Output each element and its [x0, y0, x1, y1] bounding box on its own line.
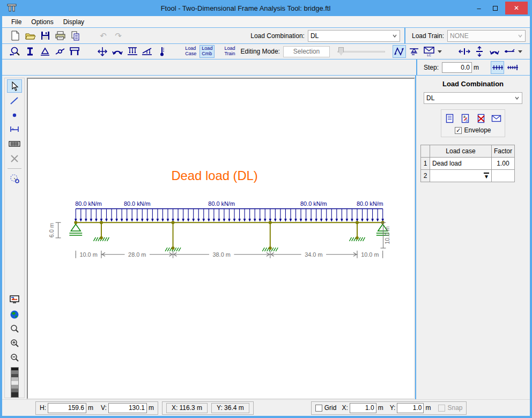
load-case-dropdown[interactable]: ▼ [484, 173, 489, 180]
results-slider[interactable] [337, 47, 385, 56]
nodal-load-button[interactable] [96, 45, 109, 58]
member-orientation-dropdown[interactable] [518, 49, 522, 54]
translate-vertical-button[interactable] [473, 45, 486, 58]
inspect-properties-button[interactable] [9, 45, 22, 58]
thermal-load-button[interactable] [156, 45, 169, 58]
diagram-display-button[interactable] [393, 45, 406, 58]
zoom-out-button[interactable] [7, 351, 22, 364]
new-file-button[interactable] [9, 29, 22, 42]
app-logo-icon [6, 3, 17, 13]
envelope-options-button[interactable] [491, 113, 503, 124]
menu-item-options[interactable]: Options [26, 17, 58, 27]
slider-track [337, 51, 385, 53]
chevron-down-icon [518, 33, 523, 39]
select-tool[interactable] [7, 79, 22, 93]
support-display-button[interactable] [408, 45, 421, 58]
transform-tool[interactable] [7, 172, 22, 185]
load-case-cell[interactable]: Dead load [430, 158, 492, 170]
lc-envelope-dropdown[interactable] [438, 49, 442, 54]
file-toolbar: ↶ ↷ Load Combination: DL Load Train: NON… [2, 28, 530, 44]
delete-combination-button[interactable] [475, 113, 487, 124]
load-train-select[interactable]: NONE [447, 30, 526, 42]
step-fine-ticks-button[interactable] [506, 61, 519, 74]
zoom-in-button[interactable] [7, 337, 22, 350]
factor-cell[interactable] [492, 170, 515, 182]
h-input[interactable] [48, 403, 86, 413]
grid-x-label: X: [342, 404, 348, 412]
menu-item-display[interactable]: Display [58, 17, 89, 27]
cursor-position-group: X: 116.3 m Y: 36.4 m [162, 401, 254, 415]
load-case-cell[interactable]: ▼ [430, 170, 492, 182]
redo-button[interactable]: ↷ [112, 29, 125, 42]
save-button[interactable] [39, 29, 52, 42]
dimension-tool[interactable] [7, 123, 22, 136]
title-bar: Ftool - Two-Dimensional Frame Analysis T… [2, 0, 530, 16]
copy-button[interactable] [69, 29, 82, 42]
hinge-button[interactable] [53, 45, 66, 58]
support-conditions-button[interactable] [38, 45, 51, 58]
step-input[interactable] [442, 62, 472, 73]
slider-thumb[interactable] [338, 47, 344, 55]
grid-x-input[interactable] [350, 403, 376, 413]
rotate-button[interactable] [488, 45, 501, 58]
main-area: Dead load (DL)80.0 kN/m80.0 kN/m80.0 kN/… [2, 76, 530, 399]
print-button[interactable] [54, 29, 67, 42]
node-tool[interactable] [7, 108, 22, 122]
linear-load-button[interactable] [141, 45, 154, 58]
structure-canvas[interactable]: Dead load (DL)80.0 kN/m80.0 kN/m80.0 kN/… [27, 78, 415, 399]
member-tool[interactable] [7, 94, 22, 107]
load-train-mode-button[interactable]: Load Train [222, 45, 237, 58]
delete-tool[interactable] [7, 152, 22, 165]
color-scale[interactable] [11, 367, 19, 398]
svg-text:LC: LC [427, 54, 431, 57]
grid-y-input[interactable] [397, 403, 424, 413]
moment-load-button[interactable] [110, 45, 124, 58]
column-header-load-case: Load case [430, 145, 492, 158]
lc-envelope-button[interactable]: LC [422, 45, 435, 58]
svg-text:80.0 kN/m: 80.0 kN/m [124, 200, 151, 207]
minimize-button[interactable]: – [471, 2, 487, 14]
close-button[interactable]: ✕ [505, 2, 528, 14]
keyboard-input-tool[interactable] [7, 137, 22, 151]
full-view-button[interactable] [7, 308, 22, 321]
menu-item-file[interactable]: File [6, 17, 26, 27]
svg-text:34.0 m: 34.0 m [305, 251, 322, 258]
new-combination-button[interactable] [444, 113, 456, 124]
svg-text:38.0 m: 38.0 m [213, 251, 231, 258]
window-title: Ftool - Two-Dimensional Frame Analysis T… [20, 4, 471, 12]
envelope-checkbox[interactable]: ✓ [455, 127, 462, 134]
row-number: 1 [421, 158, 430, 170]
factor-cell[interactable]: 1.00 [492, 158, 515, 170]
zoom-window-button[interactable] [7, 322, 22, 335]
maximize-button[interactable] [487, 2, 503, 14]
step-ticks-button[interactable] [491, 61, 504, 74]
snap-checkbox[interactable] [438, 405, 445, 412]
load-combination-mode-button[interactable]: Load Cmb [200, 45, 215, 58]
member-orientation-button[interactable] [503, 45, 516, 58]
section-properties-button[interactable] [24, 45, 37, 58]
v-unit: m [149, 404, 154, 412]
rename-combination-button[interactable]: ab [460, 113, 471, 124]
selection-mode-button[interactable]: Selection [283, 46, 330, 57]
open-file-button[interactable] [24, 29, 37, 42]
svg-text:80.0 kN/m: 80.0 kN/m [357, 200, 383, 207]
load-combination-select[interactable]: DL [308, 30, 400, 42]
combination-select[interactable]: DL [424, 92, 522, 104]
fit-view-button[interactable] [7, 293, 22, 307]
grid-x-unit: m [378, 404, 383, 412]
uniform-load-button[interactable] [125, 45, 139, 58]
load-case-table: Load case Factor 1 Dead load 1.00 2 ▼ [420, 145, 515, 182]
table-row: 2 ▼ [421, 170, 515, 182]
row-number: 2 [421, 170, 430, 182]
h-unit: m [88, 404, 93, 412]
table-row: 1 Dead load 1.00 [421, 158, 515, 170]
translate-horizontal-button[interactable] [458, 45, 471, 58]
v-input[interactable] [108, 403, 147, 413]
undo-button[interactable]: ↶ [97, 29, 110, 42]
maximize-icon [493, 6, 498, 11]
load-case-button[interactable]: Load Case [183, 45, 198, 58]
load-combination-panel: Load Combination DL ab [415, 76, 530, 399]
grid-checkbox[interactable] [315, 405, 322, 412]
load-combination-label: Load Combination: [250, 32, 305, 40]
frame-template-button[interactable] [68, 45, 82, 58]
